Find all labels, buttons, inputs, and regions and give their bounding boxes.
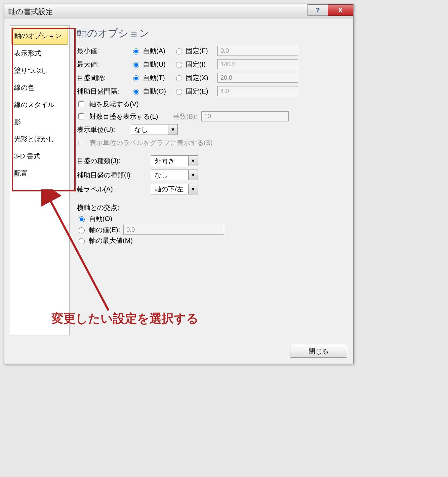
label-cross-max: 軸の最大値(M) <box>89 236 133 245</box>
label-axislabel: 軸ラベル(A): <box>77 185 148 194</box>
sidebar-item-line-style[interactable]: 線のスタイル <box>11 96 68 113</box>
label-minor: 補助目盛間隔: <box>77 87 129 96</box>
combo-tick-minor-value: なし <box>151 171 188 180</box>
chevron-down-icon: ▾ <box>188 170 198 180</box>
close-window-button[interactable]: X <box>328 4 353 16</box>
row-log: 対数目盛を表示する(L) 基数(B): <box>77 111 345 121</box>
label-major: 目盛間隔: <box>77 73 129 82</box>
combo-axislabel[interactable]: 軸の下/左 ▾ <box>151 184 198 194</box>
panel-heading: 軸のオプション <box>77 27 345 40</box>
combo-axislabel-value: 軸の下/左 <box>151 185 188 194</box>
label-cross-value: 軸の値(E): <box>89 225 120 234</box>
input-minor[interactable] <box>217 86 298 96</box>
label-tick-minor: 補助目盛の種類(I): <box>77 171 148 180</box>
row-tick-major: 目盛の種類(J): 外向き ▾ <box>77 155 345 166</box>
sidebar-item-fill[interactable]: 塗りつぶし <box>11 62 68 79</box>
titlebar: 軸の書式設定 ? X <box>4 4 353 19</box>
row-cross-value: 軸の値(E): <box>77 225 345 235</box>
help-button[interactable]: ? <box>308 4 328 16</box>
cross-header: 横軸との交点: <box>77 203 345 212</box>
row-minor: 補助目盛間隔: 自動(O) 固定(E) <box>77 86 345 96</box>
radio-minor-auto[interactable] <box>133 89 139 95</box>
radio-max-auto[interactable] <box>133 62 139 68</box>
input-base[interactable] <box>201 111 289 121</box>
row-reverse: 軸を反転する(V) <box>77 100 345 109</box>
row-major: 目盛間隔: 自動(T) 固定(X) <box>77 73 345 83</box>
checkbox-reverse[interactable] <box>78 101 84 107</box>
titlebar-buttons: ? X <box>308 4 353 16</box>
input-cross-value[interactable] <box>123 225 224 235</box>
row-min: 最小値: 自動(A) 固定(F) <box>77 46 345 56</box>
radio-min-fixed[interactable] <box>176 48 182 54</box>
combo-tick-major[interactable]: 外向き ▾ <box>151 155 198 166</box>
close-icon: X <box>338 6 342 14</box>
combo-tick-minor[interactable]: なし ▾ <box>151 170 198 180</box>
label-unit: 表示単位(U): <box>77 125 124 134</box>
sidebar-item-line-color[interactable]: 線の色 <box>11 79 68 96</box>
radio-major-fixed[interactable] <box>176 75 182 81</box>
sidebar-item-3d-format[interactable]: 3-D 書式 <box>11 148 68 165</box>
radio-major-fixed-label: 固定(X) <box>186 73 215 82</box>
radio-min-auto[interactable] <box>133 48 139 54</box>
row-cross-max: 軸の最大値(M) <box>77 236 345 245</box>
format-axis-dialog: 軸の書式設定 ? X 軸のオプション 表示形式 塗りつぶし 線の色 線のスタイル… <box>4 4 354 364</box>
label-tick-major: 目盛の種類(J): <box>77 156 148 166</box>
sidebar-item-axis-options[interactable]: 軸のオプション <box>11 27 68 45</box>
row-axislabel: 軸ラベル(A): 軸の下/左 ▾ <box>77 184 345 194</box>
radio-max-fixed[interactable] <box>176 62 182 68</box>
sidebar-item-alignment[interactable]: 配置 <box>11 165 68 182</box>
chevron-down-icon: ▾ <box>188 156 198 166</box>
radio-cross-auto[interactable] <box>79 216 85 222</box>
radio-minor-fixed-label: 固定(E) <box>186 87 215 96</box>
radio-major-auto[interactable] <box>133 75 139 81</box>
sidebar-item-shadow[interactable]: 影 <box>11 113 68 131</box>
radio-min-fixed-label: 固定(F) <box>186 46 215 56</box>
row-tick-minor: 補助目盛の種類(I): なし ▾ <box>77 170 345 180</box>
help-icon: ? <box>316 6 320 14</box>
combo-tick-major-value: 外向き <box>151 156 188 166</box>
chevron-down-icon: ▾ <box>168 124 177 135</box>
radio-minor-fixed[interactable] <box>176 89 182 95</box>
input-major[interactable] <box>217 73 298 83</box>
label-max: 最大値: <box>77 60 129 69</box>
close-button[interactable]: 閉じる <box>290 345 347 358</box>
label-cross-auto: 自動(O) <box>89 214 112 223</box>
radio-minor-auto-label: 自動(O) <box>143 87 172 96</box>
label-reverse: 軸を反転する(V) <box>89 100 139 109</box>
label-min: 最小値: <box>77 46 129 56</box>
category-sidebar: 軸のオプション 表示形式 塗りつぶし 線の色 線のスタイル 影 光彩とぼかし 3… <box>10 25 70 335</box>
radio-max-auto-label: 自動(U) <box>143 60 172 69</box>
checkbox-unit-show[interactable] <box>78 140 84 146</box>
row-unit-show: 表示単位のラベルをグラフに表示する(S) <box>77 138 345 147</box>
label-unit-show: 表示単位のラベルをグラフに表示する(S) <box>89 138 213 147</box>
chevron-down-icon: ▾ <box>188 184 198 194</box>
label-base: 基数(B): <box>173 112 197 121</box>
row-max: 最大値: 自動(U) 固定(I) <box>77 59 345 69</box>
radio-cross-value[interactable] <box>79 227 85 233</box>
input-min[interactable] <box>217 46 298 56</box>
dialog-footer: 閉じる <box>4 341 353 364</box>
combo-unit[interactable]: なし ▾ <box>131 124 178 135</box>
input-max[interactable] <box>217 59 298 69</box>
sidebar-item-glow[interactable]: 光彩とぼかし <box>11 131 68 148</box>
main-panel: 軸のオプション 最小値: 自動(A) 固定(F) 最大値: 自動(U) 固定(I… <box>74 25 348 335</box>
radio-max-fixed-label: 固定(I) <box>186 60 215 69</box>
combo-unit-value: なし <box>131 125 168 134</box>
radio-cross-max[interactable] <box>79 238 85 244</box>
radio-min-auto-label: 自動(A) <box>143 46 172 56</box>
label-log: 対数目盛を表示する(L) <box>89 112 158 121</box>
dialog-body: 軸のオプション 表示形式 塗りつぶし 線の色 線のスタイル 影 光彩とぼかし 3… <box>4 19 353 341</box>
row-cross-auto: 自動(O) <box>77 214 345 223</box>
radio-major-auto-label: 自動(T) <box>143 73 172 82</box>
checkbox-log[interactable] <box>78 113 84 119</box>
dialog-title: 軸の書式設定 <box>8 7 53 17</box>
sidebar-item-number-format[interactable]: 表示形式 <box>11 45 68 62</box>
row-unit: 表示単位(U): なし ▾ <box>77 124 345 135</box>
